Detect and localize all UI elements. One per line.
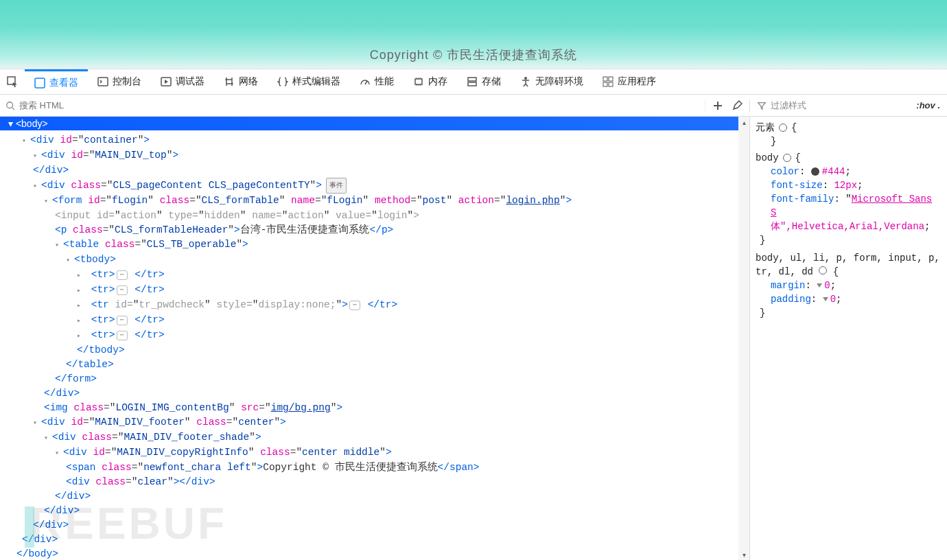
tab-styleeditor[interactable]: 样式编辑器	[268, 69, 350, 94]
dom-node-close[interactable]: </tbody>	[10, 343, 749, 358]
eyedropper-button[interactable]	[732, 100, 743, 111]
dom-node-close[interactable]: </body>	[10, 547, 749, 560]
dom-node[interactable]: ▾<div class="MAIN_DIV_footer_shade">	[10, 430, 749, 445]
css-prop-padding[interactable]: padding: 0;	[756, 292, 942, 306]
scroll-up-icon[interactable]: ▴	[738, 117, 749, 128]
tab-console[interactable]: 控制台	[88, 69, 151, 94]
dom-node-close[interactable]: </div>	[10, 504, 749, 518]
dom-node[interactable]: ▾<div id="MAIN_DIV_top">	[10, 148, 749, 163]
dom-node[interactable]: ▾<div id="container">	[10, 133, 749, 148]
svg-rect-2	[98, 78, 108, 86]
tab-storage[interactable]: 存储	[457, 69, 511, 94]
styles-subtoolbar: 过滤样式 :hov .	[749, 100, 947, 112]
rule-body[interactable]: body {	[756, 151, 942, 165]
tab-accessibility-label: 无障碍环境	[535, 75, 583, 88]
tab-memory[interactable]: 内存	[404, 69, 457, 94]
styles-filter[interactable]: 过滤样式	[757, 100, 911, 112]
ellipsis-badge[interactable]: ⋯	[117, 316, 128, 325]
dom-node-close[interactable]: </div>	[10, 163, 749, 178]
svg-rect-8	[415, 79, 422, 84]
tab-debugger[interactable]: 调试器	[151, 69, 214, 94]
scroll-down-icon[interactable]: ▾	[738, 549, 749, 560]
css-prop-fontfamily-2: 体",Helvetica,Arial,Verdana;	[756, 220, 942, 233]
svg-rect-16	[468, 82, 476, 86]
dom-node-close[interactable]: </table>	[10, 358, 749, 372]
dom-node[interactable]: ▸ <tr>⋯ </tr>	[10, 268, 749, 283]
dom-node[interactable]: ▾<table class="CLS_TB_operable">	[10, 237, 749, 253]
selected-node-body[interactable]: ▾ <body>	[0, 117, 749, 130]
circle-icon	[819, 266, 827, 275]
event-badge[interactable]: 事件	[326, 178, 347, 194]
dom-node[interactable]: ▾<div id="MAIN_DIV_footer" class="center…	[10, 415, 749, 430]
styleeditor-icon	[277, 76, 288, 87]
dom-node[interactable]: <div class="clear"></div>	[10, 475, 749, 489]
ellipsis-badge[interactable]: ⋯	[117, 285, 128, 295]
ellipsis-badge[interactable]: ⋯	[349, 301, 360, 310]
copyright-text: Copyright © 市民生活便捷查询系统	[370, 48, 577, 62]
expand-icon[interactable]	[817, 283, 822, 288]
dom-node[interactable]: <p class="CLS_formTableHeader">台湾-市民生活便捷…	[10, 223, 749, 237]
dom-node[interactable]: <input id="action" type="hidden" name="a…	[10, 209, 749, 223]
network-icon	[224, 76, 235, 87]
dom-node[interactable]: ▸ <tr id="tr_pwdcheck" style="display:no…	[10, 298, 749, 313]
tab-debugger-label: 调试器	[176, 75, 204, 88]
add-node-button[interactable]	[712, 100, 723, 111]
search-html-input[interactable]	[19, 100, 699, 110]
dom-node[interactable]: <span class="newfont_chara left">Copyrig…	[10, 460, 749, 475]
memory-icon	[413, 76, 424, 87]
color-swatch-icon[interactable]	[811, 167, 819, 176]
devtools-subtoolbar: 过滤样式 :hov .	[0, 95, 947, 117]
search-html-container	[0, 100, 705, 110]
dom-node[interactable]: ▾<form id="fLogin" class="CLS_formTable"…	[10, 194, 749, 209]
accessibility-icon	[520, 76, 531, 87]
tab-accessibility[interactable]: 无障碍环境	[511, 69, 593, 94]
styles-filter-label: 过滤样式	[771, 100, 806, 112]
dom-node[interactable]: ▾<tbody>	[10, 253, 749, 268]
dom-node[interactable]: ▸ <tr>⋯ </tr>	[10, 313, 749, 328]
dom-scrollbar[interactable]: ▴ ▾	[738, 117, 749, 560]
css-prop-margin[interactable]: margin: 0;	[756, 279, 942, 292]
dom-node-close[interactable]: </div>	[10, 533, 749, 547]
search-icon	[5, 101, 15, 110]
tab-storage-label: 存储	[482, 75, 501, 88]
rule-element[interactable]: 元素 {	[756, 121, 942, 135]
copyright-banner: Copyright © 市民生活便捷查询系统	[370, 47, 577, 63]
element-picker-button[interactable]	[0, 69, 25, 94]
hov-toggle[interactable]: :hov .	[916, 100, 940, 110]
circle-icon	[779, 124, 787, 132]
dom-panel[interactable]: ▾ <body> ▾<div id="container"> ▾<div id=…	[0, 117, 749, 560]
dom-node-close[interactable]: </form>	[10, 372, 749, 386]
dom-tree: ▾<div id="container"> ▾<div id="MAIN_DIV…	[0, 130, 749, 560]
dom-node[interactable]: ▸ <tr>⋯ </tr>	[10, 328, 749, 343]
console-icon	[97, 76, 108, 87]
rule-body-reset[interactable]: body, ul, li, p, form, input, p, tr, dl,…	[756, 251, 942, 279]
devtools-main: ▾ <body> ▾<div id="container"> ▾<div id=…	[0, 117, 947, 560]
dom-node-close[interactable]: </div>	[10, 489, 749, 504]
svg-marker-5	[225, 78, 226, 81]
dom-node[interactable]: ▾<div class="CLS_pageContent CLS_pageCon…	[10, 178, 749, 194]
tab-performance[interactable]: 性能	[350, 69, 404, 94]
dom-node-close[interactable]: </div>	[10, 386, 749, 401]
css-prop-fontfamily[interactable]: font-family: "Microsoft Sans S	[756, 192, 942, 220]
svg-rect-15	[468, 78, 476, 81]
css-prop-color[interactable]: color: #444;	[756, 165, 942, 178]
svg-rect-18	[603, 77, 607, 81]
tab-styleeditor-label: 样式编辑器	[292, 75, 340, 88]
ellipsis-badge[interactable]: ⋯	[117, 331, 128, 340]
circle-icon	[783, 154, 791, 162]
expand-icon[interactable]	[823, 297, 828, 301]
dom-node[interactable]: ▾<div id="MAIN_DIV_copyRightInfo" class=…	[10, 445, 749, 460]
tab-memory-label: 内存	[428, 75, 447, 88]
application-icon	[603, 76, 613, 87]
ellipsis-badge[interactable]: ⋯	[117, 270, 128, 280]
svg-marker-4	[165, 80, 168, 84]
dom-node[interactable]: ▸ <tr>⋯ </tr>	[10, 283, 749, 298]
tab-network[interactable]: 网络	[214, 69, 268, 94]
tab-console-label: 控制台	[113, 75, 141, 88]
dom-node[interactable]: <img class="LOGIN_IMG_contentBg" src="im…	[10, 401, 749, 415]
dom-node-close[interactable]: </div>	[10, 518, 749, 533]
tab-inspector[interactable]: 查看器	[25, 69, 88, 94]
css-prop-fontsize[interactable]: font-size: 12px;	[756, 178, 942, 192]
tab-application[interactable]: 应用程序	[593, 69, 666, 94]
styles-panel[interactable]: 元素 { } body { color: #444; font-size: 12…	[749, 117, 947, 560]
